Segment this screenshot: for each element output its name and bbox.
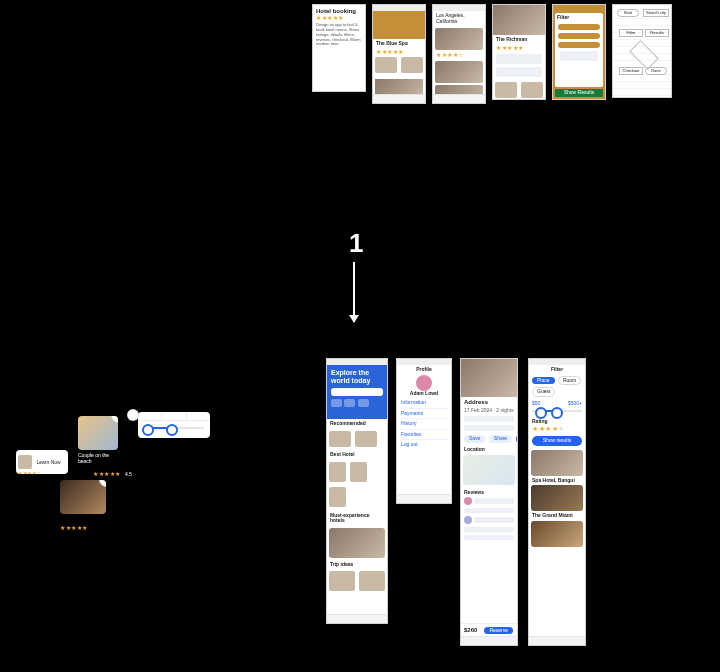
stars-icon: ★★★★★	[493, 45, 545, 52]
mood-rating-bottom: ★★★★★	[60, 516, 88, 534]
input-flowchart: Start Search city Filter Results Checkou…	[612, 4, 672, 98]
badge-icon	[128, 410, 138, 420]
section-title: Reviews	[461, 487, 517, 497]
input-brief-doc: Hotel booking ★★★★★ Design an app to fin…	[312, 4, 366, 92]
action-chip[interactable]: Map	[516, 435, 518, 443]
flow-node: Checkout	[619, 67, 643, 75]
map[interactable]	[463, 455, 515, 485]
tab[interactable]: Room	[558, 376, 581, 386]
reserve-button[interactable]: Reserve	[484, 627, 513, 635]
slider-handle[interactable]	[166, 424, 178, 436]
ref-listing-header: Los Angeles, California	[433, 11, 485, 26]
list-item[interactable]: Payments	[401, 409, 447, 420]
ref-home-title: The Blue Spa	[373, 39, 425, 49]
detail-dates: 17 Feb 2024 · 2 nights	[461, 408, 517, 414]
result-home: Explore the world today Recommended Best…	[326, 358, 388, 624]
section-title: Must-experience hotels	[327, 511, 387, 526]
list-item[interactable]: Information	[401, 398, 447, 409]
flow-node: Filter	[619, 29, 643, 37]
flow-start: Start	[617, 9, 639, 17]
action-chip[interactable]: Share	[489, 435, 512, 443]
slider-handle[interactable]	[142, 424, 154, 436]
hotel-name[interactable]: Spa Hotel, Bangui	[529, 478, 585, 484]
stars-icon: ★★★★☆	[18, 470, 66, 474]
result-filter: Filter Place Room Guest $50 $500+ Rating…	[528, 358, 586, 646]
like-icon[interactable]: ♡	[112, 416, 118, 422]
section-title: Recommended	[327, 419, 387, 429]
result-detail: Address 17 Feb 2024 · 2 nights Save Shar…	[460, 358, 518, 646]
brief-title: Hotel booking	[316, 8, 362, 15]
section-title: Best Hotel	[327, 450, 387, 460]
list-item[interactable]: History	[401, 419, 447, 430]
mood-slider[interactable]	[138, 412, 210, 438]
mood-photo-interior: ⋯	[60, 480, 106, 514]
arrow-down-icon	[353, 262, 355, 322]
profile-header: Profile	[397, 365, 451, 375]
flow-end: Done	[645, 67, 667, 75]
filter-header: Filter	[529, 365, 585, 375]
input-ref-listing: Los Angeles, California ★★★★☆	[432, 4, 486, 104]
step-number: 1	[349, 228, 363, 259]
stars-icon[interactable]: ★★★★★	[529, 425, 585, 433]
detail-price: $260	[464, 627, 477, 634]
search-input[interactable]	[331, 388, 383, 396]
show-results-button[interactable]: Show results	[532, 436, 582, 446]
stars-icon: ★★★★☆	[433, 52, 485, 59]
ref-filter-cta[interactable]: Show Results	[555, 89, 603, 97]
stars-icon: ★★★★★	[60, 525, 88, 531]
input-ref-detail: The Richman ★★★★★ $260 /night Book Room	[492, 4, 546, 100]
mood-card-learn[interactable]: Learn Now ★★★★☆	[16, 450, 68, 474]
ref-detail-title: The Richman	[493, 35, 545, 45]
input-ref-filter: Filter Show Results	[552, 4, 606, 100]
action-chip[interactable]: Save	[464, 435, 485, 443]
dots-icon[interactable]: ⋯	[100, 480, 106, 486]
brief-body: Design an app to find & book hotel rooms…	[316, 23, 362, 87]
result-profile: Profile Adam Lowd Information Payments H…	[396, 358, 452, 504]
mood-rating: ★★★★★ 4.5	[93, 462, 132, 480]
stars-icon: ★★★★★	[93, 471, 121, 477]
slider-handle[interactable]	[551, 407, 563, 419]
slider-handle[interactable]	[535, 407, 547, 419]
input-ref-home: The Blue Spa ★★★★★ Book Room	[372, 4, 426, 104]
ref-filter-title: Filter	[557, 15, 601, 21]
flow-node: Results	[645, 29, 669, 37]
home-headline: Explore the world today	[331, 369, 383, 384]
list-item[interactable]: Favorites	[401, 430, 447, 441]
detail-title: Address	[461, 397, 517, 408]
hotel-name[interactable]: The Grand Miami	[529, 513, 585, 519]
tab[interactable]: Place	[532, 377, 555, 385]
section-title: Location	[461, 444, 517, 454]
section-title: Trip ideas	[327, 560, 387, 570]
flow-decision	[629, 40, 659, 70]
mood-photo-beach: ♡	[78, 416, 118, 450]
avatar[interactable]	[416, 375, 432, 391]
tab[interactable]: Guest	[532, 387, 555, 397]
stars-icon: ★★★★★	[316, 15, 362, 22]
stars-icon: ★★★★★	[373, 49, 425, 56]
list-item[interactable]: Log out	[401, 440, 447, 450]
flow-node: Search city	[643, 9, 669, 17]
mood-card-title: Learn Now	[36, 459, 60, 465]
